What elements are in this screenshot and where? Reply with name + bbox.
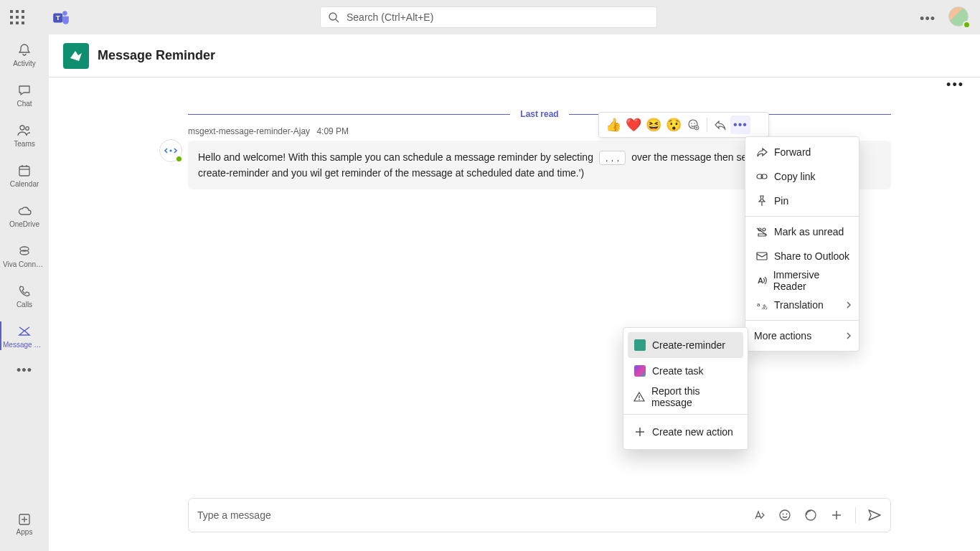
search-input[interactable]: Search (Ctrl+Alt+E) xyxy=(320,6,657,28)
main-panel: Message Reminder ••• Last read msgext-me… xyxy=(49,34,980,551)
menu-label: Share to Outlook xyxy=(774,250,849,262)
cloud-icon xyxy=(17,203,32,219)
message-meta: msgext-message-reminder-Ajay 4:09 PM xyxy=(188,126,349,136)
rail-apps[interactable]: Apps xyxy=(0,504,49,544)
bell-icon xyxy=(17,42,32,58)
rail-label: Message Re... xyxy=(3,341,46,349)
menu-label: Copy link xyxy=(774,171,816,182)
rail-label: Apps xyxy=(17,528,33,536)
rail-viva[interactable]: Viva Connec... xyxy=(0,235,49,276)
message-reminder-icon xyxy=(17,324,32,339)
loop-icon[interactable] xyxy=(804,508,818,522)
menu-more-actions[interactable]: More actions xyxy=(745,324,859,348)
rail-more-icon[interactable]: ••• xyxy=(0,356,49,385)
svg-point-37 xyxy=(780,510,790,520)
people-icon xyxy=(17,123,32,138)
svg-rect-29 xyxy=(757,253,767,260)
react-surprised[interactable]: 😯 xyxy=(664,117,684,133)
app-icon xyxy=(632,339,648,351)
react-heart[interactable]: ❤️ xyxy=(623,117,644,133)
last-read-divider: Last read xyxy=(188,108,891,120)
menu-immersive-reader[interactable]: A Immersive Reader xyxy=(745,268,859,293)
svg-point-6 xyxy=(26,126,29,130)
submenu-create-task[interactable]: Create task xyxy=(623,358,748,384)
menu-pin[interactable]: Pin xyxy=(745,189,859,213)
menu-mark-unread[interactable]: Mark as unread xyxy=(745,220,859,244)
react-add-icon[interactable] xyxy=(684,118,704,131)
teams-logo-icon: T xyxy=(52,9,70,27)
svg-point-19 xyxy=(694,123,695,124)
chevron-right-icon xyxy=(846,301,852,309)
forward-icon xyxy=(754,147,770,157)
menu-label: Report this message xyxy=(651,385,739,408)
app-rail: Activity Chat Teams Calendar OneDrive Vi… xyxy=(0,34,49,551)
phone-icon xyxy=(18,283,31,299)
reader-icon: A xyxy=(754,276,769,286)
submenu-create-reminder[interactable]: Create-reminder xyxy=(628,332,743,358)
more-options-icon[interactable]: ••• xyxy=(730,116,750,134)
chevron-right-icon xyxy=(846,331,852,340)
presence-badge xyxy=(963,21,971,29)
svg-text:あ: あ xyxy=(762,303,768,310)
rail-label: Calls xyxy=(17,301,32,309)
compose-toolbar xyxy=(752,507,882,523)
menu-forward[interactable]: Forward xyxy=(745,140,859,164)
svg-point-39 xyxy=(786,514,788,515)
chat-area: Last read msgext-message-reminder-Ajay 4… xyxy=(49,77,980,551)
svg-point-27 xyxy=(763,228,765,231)
more-actions-submenu: Create-reminder Create task Report this … xyxy=(623,327,748,450)
menu-label: Create task xyxy=(652,365,704,377)
user-avatar[interactable] xyxy=(948,6,970,28)
presence-badge xyxy=(175,155,183,163)
unread-icon xyxy=(754,227,770,237)
search-icon xyxy=(328,11,339,23)
react-laugh[interactable]: 😆 xyxy=(644,117,664,133)
rail-calendar[interactable]: Calendar xyxy=(0,155,49,195)
emoji-icon[interactable] xyxy=(778,508,792,522)
svg-line-4 xyxy=(336,19,339,22)
svg-point-2 xyxy=(62,11,67,16)
svg-point-38 xyxy=(783,514,784,515)
menu-copy-link[interactable]: Copy link xyxy=(745,164,859,189)
compose-box[interactable]: Type a message xyxy=(188,498,891,532)
menu-label: More actions xyxy=(754,330,811,342)
svg-rect-24 xyxy=(761,174,767,179)
app-launcher-icon[interactable] xyxy=(10,10,24,24)
rail-message-reminder[interactable]: Message Re... xyxy=(0,316,49,356)
rail-activity[interactable]: Activity xyxy=(0,34,49,75)
sender-name: msgext-message-reminder-Ajay xyxy=(188,126,310,136)
svg-text:T: T xyxy=(56,14,60,22)
reply-icon[interactable] xyxy=(710,119,730,131)
send-icon[interactable] xyxy=(867,508,882,522)
svg-point-5 xyxy=(20,126,24,130)
last-read-label: Last read xyxy=(510,109,568,119)
react-like[interactable]: 👍 xyxy=(603,117,623,133)
menu-share-outlook[interactable]: Share to Outlook xyxy=(745,244,859,268)
rail-calls[interactable]: Calls xyxy=(0,276,49,316)
rail-chat[interactable]: Chat xyxy=(0,75,49,115)
rail-onedrive[interactable]: OneDrive xyxy=(0,195,49,235)
menu-label: Translation xyxy=(774,299,824,311)
calendar-icon xyxy=(17,163,32,179)
add-icon[interactable] xyxy=(829,508,844,522)
svg-point-16 xyxy=(169,149,171,151)
message-text: Hello and welcome! With this sample you … xyxy=(198,151,593,163)
link-icon xyxy=(754,171,770,182)
format-icon[interactable] xyxy=(752,508,766,522)
chat-icon xyxy=(17,83,32,98)
rail-teams[interactable]: Teams xyxy=(0,115,49,155)
rail-label: Chat xyxy=(17,100,32,108)
submenu-report-message[interactable]: Report this message xyxy=(623,384,748,410)
menu-label: Forward xyxy=(774,146,811,158)
reaction-toolbar: 👍 ❤️ 😆 😯 ••• xyxy=(598,112,769,138)
menu-translation[interactable]: aあ Translation xyxy=(745,293,859,317)
svg-point-34 xyxy=(639,399,641,400)
submenu-create-new-action[interactable]: Create new action xyxy=(623,419,748,445)
menu-label: Immersive Reader xyxy=(773,269,850,292)
pin-icon xyxy=(754,195,770,207)
settings-more-icon[interactable]: ••• xyxy=(920,11,936,27)
search-placeholder: Search (Ctrl+Alt+E) xyxy=(347,11,433,23)
title-bar: T Search (Ctrl+Alt+E) ••• xyxy=(0,0,980,34)
app-icon xyxy=(632,365,648,377)
viva-icon xyxy=(17,243,32,259)
